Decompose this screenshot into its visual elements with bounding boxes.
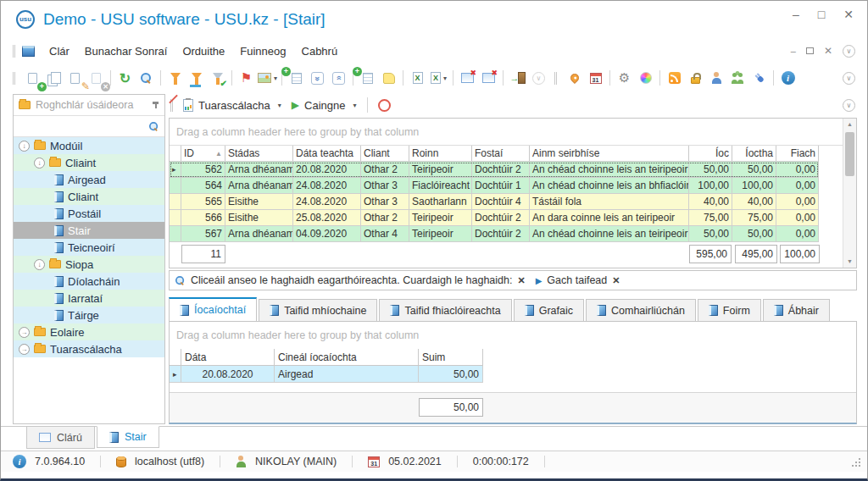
minimize-button[interactable]: – — [793, 8, 799, 21]
header-status[interactable]: Stádas — [225, 146, 293, 162]
actionbar-overflow-button[interactable]: ∨ — [843, 99, 855, 112]
reports-button[interactable]: Tuarascálacha — [197, 97, 272, 113]
session-icon[interactable]: ∨ — [529, 69, 548, 88]
mdi-close-button[interactable]: ✕ — [824, 45, 832, 57]
menu-overflow-button[interactable]: ∨ — [843, 45, 855, 58]
image-menu-icon[interactable]: ▾ — [258, 69, 277, 88]
tree-item-tuarascalacha[interactable]: →Tuarascálacha — [14, 340, 164, 357]
settings-gear-icon[interactable]: ⚙ — [615, 69, 634, 88]
scroll-down-icon[interactable]: ▼ — [843, 256, 856, 268]
tab-foirm[interactable]: Foirm — [698, 299, 761, 321]
grid-row-565[interactable]: 565Eisithe 24.08.2020Othar 3 Saotharlann… — [170, 194, 819, 210]
add-row-icon[interactable]: + — [358, 69, 377, 88]
tree-item-cliaint-folder[interactable]: ↓Cliaint — [14, 154, 164, 171]
filter-edit-hint[interactable]: Cliceáil anseo le haghaidh eagarthóireac… — [191, 274, 512, 286]
sidebar-search-input[interactable] — [20, 120, 139, 132]
menu-database[interactable]: Bunachar Sonraí — [77, 41, 175, 61]
plugin-icon[interactable] — [749, 69, 769, 88]
delete-record-icon[interactable]: ✕ — [86, 69, 106, 88]
grid-row-567[interactable]: 567Arna dhéanamh 04.09.2020Othar 4 Teiri… — [170, 226, 819, 242]
tree-item-airgead[interactable]: Airgead — [14, 171, 164, 188]
filter-check-icon[interactable]: ✔ — [208, 69, 227, 88]
actions-dropdown-icon[interactable]: ▾ — [353, 102, 356, 109]
menu-orders[interactable]: Orduithe — [175, 41, 232, 61]
tab-taifid-mhiochaine[interactable]: Taifid mhíochaine — [259, 299, 377, 321]
pin-icon[interactable] — [152, 101, 159, 109]
tree-item-cliaint[interactable]: Cliaint — [14, 188, 164, 205]
tree-item-iarratai[interactable]: Iarrataí — [14, 290, 164, 307]
close-all-windows-icon[interactable] — [479, 69, 498, 88]
refresh-icon[interactable]: ↻ — [115, 69, 135, 88]
insert-column-icon[interactable]: + — [287, 69, 306, 88]
cancel-icon[interactable] — [378, 99, 391, 112]
header-date[interactable]: Dáta teachta — [293, 146, 361, 162]
tree-item-eolaire[interactable]: →Eolaire — [14, 323, 164, 340]
header-id[interactable]: ID▲ — [181, 146, 225, 162]
resize-grip[interactable] — [852, 458, 862, 468]
sidebar-search[interactable] — [14, 116, 164, 137]
add-record-icon[interactable]: + — [23, 69, 42, 88]
grid-row-562[interactable]: ▸ 562Arna dhéanamh 20.08.2020Othar 2 Tei… — [170, 162, 819, 178]
menu-help[interactable]: Cabhrú — [294, 41, 346, 61]
filter-edit-icon[interactable] — [186, 69, 206, 88]
detail-header-date[interactable]: Dáta — [181, 349, 275, 366]
detail-header-sum[interactable]: Suim — [419, 349, 483, 366]
menu-program[interactable]: Clár — [42, 41, 77, 61]
tree-item-teicneoiri[interactable]: Teicneoirí — [14, 239, 164, 256]
scroll-up-icon[interactable]: ▲ — [843, 119, 856, 130]
clear-search-icon[interactable]: ✕ — [517, 275, 525, 286]
edit-record-icon[interactable]: ✎ — [65, 69, 85, 88]
copy-record-icon[interactable] — [44, 69, 64, 88]
mdi-tab-stair[interactable]: Stair — [97, 426, 159, 448]
toolbar-overflow-button[interactable]: ∨ — [843, 72, 855, 85]
tab-abhair[interactable]: Ábhair — [763, 299, 830, 321]
collapse-all-icon[interactable]: » — [329, 69, 348, 88]
tab-comhairliuchan[interactable]: Comhairliúchán — [586, 299, 696, 321]
flag-icon[interactable]: ⚑ — [236, 69, 256, 88]
lock-icon[interactable] — [686, 69, 705, 88]
scroll-thumb[interactable] — [845, 132, 854, 176]
active-filter-label[interactable]: Gach taifead — [547, 274, 607, 286]
filter-bar[interactable]: Cliceáil anseo le haghaidh eagarthóireac… — [169, 270, 857, 290]
actions-button[interactable]: Caingne — [303, 97, 347, 113]
color-wheel-icon[interactable] — [636, 69, 655, 88]
calendar-icon[interactable] — [586, 69, 605, 88]
detail-header-type[interactable]: Cineál íocaíochta — [275, 349, 419, 366]
user-group-icon[interactable] — [728, 69, 748, 88]
header-client[interactable]: Cliant — [361, 146, 409, 162]
grid-vertical-scrollbar[interactable]: ▲ ▼ — [843, 119, 856, 268]
tab-grafaic[interactable]: Grafaic — [514, 299, 584, 321]
header-employee[interactable]: Fostaí — [472, 146, 530, 162]
menu-window[interactable]: Fuinneog — [232, 41, 293, 61]
header-pay[interactable]: Íoc — [689, 146, 732, 162]
header-service[interactable]: Ainm seirbhíse — [530, 146, 689, 162]
tree-item-stair[interactable]: Stair — [14, 222, 164, 239]
tree-item-moduil[interactable]: ↓Modúil — [14, 137, 164, 154]
mdi-restore-button[interactable] — [806, 47, 814, 54]
header-debt[interactable]: Fiach — [776, 146, 819, 162]
tab-iocaiochtai[interactable]: Íocaíochtaí — [169, 297, 257, 321]
import-excel-icon[interactable] — [408, 69, 427, 88]
exit-icon[interactable]: → — [508, 69, 527, 88]
header-paid[interactable]: Íoctha — [732, 146, 776, 162]
rss-icon[interactable] — [665, 69, 684, 88]
note-icon[interactable] — [379, 69, 398, 88]
user-key-icon[interactable] — [707, 69, 726, 88]
header-dept[interactable]: Roinn — [409, 146, 472, 162]
tree-item-siopa[interactable]: ↓Siopa — [14, 256, 164, 273]
export-excel-icon[interactable]: ▾ — [429, 69, 448, 88]
mdi-tab-claru[interactable]: Clárú — [26, 427, 95, 449]
tree-item-tairge[interactable]: Táirge — [14, 307, 164, 323]
info-icon[interactable]: i — [778, 69, 798, 88]
expand-all-icon[interactable]: » — [308, 69, 327, 88]
sidebar-search-icon[interactable] — [149, 121, 159, 130]
reports-dropdown-icon[interactable]: ▾ — [278, 102, 281, 109]
map-pin-icon[interactable] — [565, 69, 584, 88]
search-icon[interactable] — [136, 69, 156, 88]
maximize-button[interactable]: □ — [818, 8, 825, 21]
filter-icon[interactable] — [165, 69, 185, 88]
tree-item-postail[interactable]: Postáil — [14, 205, 164, 222]
detail-row-payment[interactable]: ▸ 20.08.2020 Airgead 50,00 — [170, 366, 483, 383]
close-window-icon[interactable] — [458, 69, 477, 88]
grid-row-566[interactable]: 566Eisithe 25.08.2020Othar 2 TeiripeoirD… — [170, 210, 819, 226]
